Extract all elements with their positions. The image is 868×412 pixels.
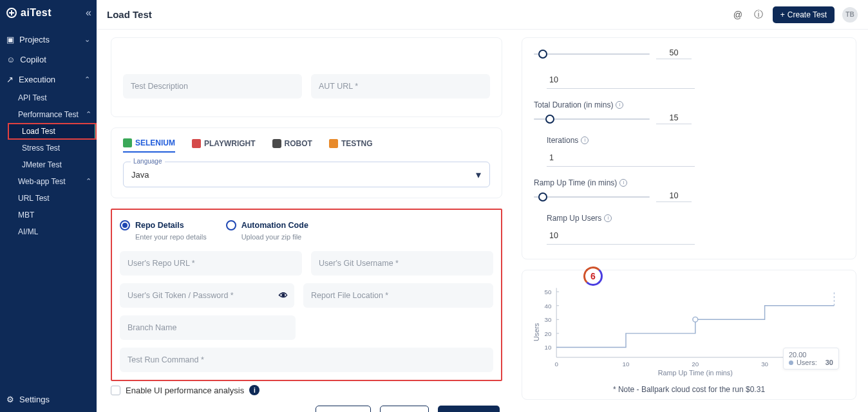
cancel-button[interactable]: Cancel [316,406,371,412]
header: Load Test @ ⓘ + Create Test TB [97,0,868,30]
repo-details-radio[interactable]: Repo DetailsEnter your repo details [120,219,207,242]
report-location-input[interactable] [303,283,493,308]
playwright-icon [192,139,201,148]
gear-icon: ⚙ [6,395,14,404]
svg-text:20: 20 [544,330,551,337]
ramp-time-label: Ramp Up Time (in mins) [534,178,617,187]
user-avatar[interactable]: TB [842,7,858,23]
nav-mbt[interactable]: MBT [4,207,97,223]
ramp-time-slider[interactable] [534,196,650,198]
run-button[interactable]: Run It Now [438,406,500,412]
branch-name-input[interactable] [120,315,296,340]
nav-execution[interactable]: ↗ Execution ⌃ [0,70,97,89]
top-iterations-input[interactable] [547,71,695,89]
chevron-down-icon: ⌄ [84,35,90,44]
ramp-users-input[interactable] [547,227,695,245]
tab-selenium[interactable]: SELENIUM [123,138,175,153]
selenium-icon [123,138,132,147]
runtime-config-card: Total Duration (in mins)i Iterationsi Ra… [522,37,856,259]
tab-robot[interactable]: ROBOT [272,138,312,153]
eye-icon[interactable]: 👁 [279,290,288,301]
language-select-wrap: Language Java ▾ [123,162,490,187]
sidebar: aiTest « ▣ Projects ⌄ ☺ Copilot ↗ Execut… [0,0,97,412]
nav-webapp-test[interactable]: Web-app Test ⌃ [4,173,97,190]
nav-copilot[interactable]: ☺ Copilot [0,50,97,70]
aut-url-input[interactable] [311,74,490,98]
svg-text:20: 20 [692,360,699,368]
nav-load-test[interactable]: Load Test [8,123,97,140]
nav-settings[interactable]: ⚙ Settings [0,387,97,412]
svg-text:30: 30 [761,360,768,368]
nav-projects[interactable]: ▣ Projects ⌄ [0,30,97,50]
duration-slider[interactable] [534,118,650,120]
info-icon[interactable]: i [604,214,612,222]
svg-text:0: 0 [554,360,558,368]
test-description-input[interactable] [123,74,302,98]
iterations-input[interactable] [547,149,695,167]
iterations-label: Iterations [547,136,578,145]
svg-text:30: 30 [544,316,551,323]
framework-tabs: SELENIUM PLAYWRIGHT ROBOT TESTNG [123,138,490,153]
create-test-button[interactable]: + Create Test [773,6,835,23]
page-title: Load Test [107,9,152,20]
brand-logo: aiTest [5,6,52,19]
ui-perf-checkbox[interactable] [111,386,120,395]
chart-tooltip: 20.00 Users: 30 [783,348,839,370]
ramp-chart-card: Users 50 40 30 20 10 0 10 20 30 40 [522,270,856,400]
collapse-sidebar-icon[interactable]: « [86,7,91,19]
testng-icon [329,139,338,148]
chevron-up-icon: ⌃ [86,177,91,185]
git-token-input[interactable] [120,283,294,308]
folder-icon: ▣ [6,35,14,44]
ramp-time-value-input[interactable] [656,191,692,202]
language-select[interactable]: Java [123,162,490,187]
step-badge-6: 6 [583,267,603,286]
users-slider[interactable] [534,53,650,55]
svg-text:10: 10 [623,360,630,368]
save-button[interactable]: Save [380,406,429,412]
info-icon[interactable]: ⓘ [752,8,765,21]
robot-icon [272,139,281,148]
tab-testng[interactable]: TESTNG [329,138,373,153]
nav-performance-test[interactable]: Performance Test ⌃ [4,106,97,123]
duration-label: Total Duration (in mins) [534,100,613,109]
git-username-input[interactable] [311,251,493,276]
svg-text:Users: Users [533,323,540,341]
copilot-icon: ☺ [6,55,15,64]
test-info-card [111,37,502,117]
ui-perf-checkbox-row: Enable UI performance analysis i [111,385,502,395]
radio-unselected-icon [226,220,236,230]
svg-text:10: 10 [544,344,551,351]
svg-text:Ramp Up Time (in mins): Ramp Up Time (in mins) [658,369,733,377]
duration-value-input[interactable] [656,113,692,124]
svg-text:50: 50 [544,288,551,295]
repo-url-input[interactable] [120,251,302,276]
radio-selected-icon [120,220,130,230]
nav-api-test[interactable]: API Test [4,89,97,106]
repo-details-block: Repo DetailsEnter your repo details Auto… [111,209,502,381]
nav-stress-test[interactable]: Stress Test [8,140,97,156]
framework-card: SELENIUM PLAYWRIGHT ROBOT TESTNG Languag… [111,127,502,198]
language-label: Language [131,158,165,165]
plus-icon: + [780,10,785,19]
test-run-command-input[interactable] [120,348,493,372]
nav-aiml[interactable]: AI/ML [4,223,97,240]
svg-point-19 [693,317,698,322]
info-icon[interactable]: i [249,385,259,395]
cost-note: * Note - Ballpark cloud cost for the run… [531,385,847,394]
automation-code-radio[interactable]: Automation CodeUpload your zip file [226,219,308,242]
info-icon[interactable]: i [619,179,627,187]
ui-perf-label: Enable UI performance analysis [126,386,244,395]
info-icon[interactable]: i [616,101,623,109]
sidebar-header: aiTest « [0,0,97,26]
mention-icon[interactable]: @ [731,8,744,21]
nav-url-test[interactable]: URL Test [4,190,97,207]
users-value-input[interactable] [656,48,692,59]
content: SELENIUM PLAYWRIGHT ROBOT TESTNG Languag… [97,30,868,412]
chevron-up-icon: ⌃ [84,75,90,84]
info-icon[interactable]: i [581,136,589,144]
svg-text:40: 40 [544,303,551,310]
chevron-up-icon: ⌃ [86,110,91,118]
nav-jmeter-test[interactable]: JMeter Test [8,156,97,173]
tab-playwright[interactable]: PLAYWRIGHT [192,138,256,153]
